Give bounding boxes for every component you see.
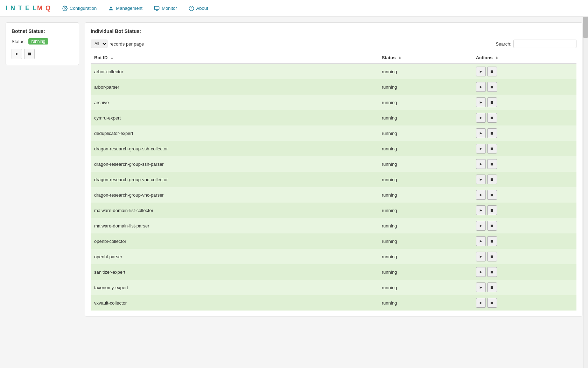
row-stop-button[interactable] [487,175,497,184]
search-label: Search: [496,41,511,47]
row-start-button[interactable] [476,97,486,107]
status-cell: running [378,156,472,172]
svg-rect-13 [491,86,493,88]
scrollbar-track[interactable] [583,17,588,322]
table-row: cymru-expertrunning [91,110,576,125]
svg-rect-11 [491,70,493,73]
actions-cell [472,233,576,249]
row-start-button[interactable] [476,236,486,246]
records-per-page-select[interactable]: All [91,40,107,48]
row-stop-button[interactable] [487,267,497,277]
status-cell: running [378,187,472,203]
bot-id-cell: dragon-research-group-vnc-collector [91,172,378,187]
row-start-button[interactable] [476,190,486,200]
svg-rect-23 [491,163,493,165]
info-icon [188,5,195,12]
col-actions: Actions ⇕ [472,52,576,63]
status-cell: running [378,172,472,187]
svg-rect-35 [491,255,493,258]
row-start-button[interactable] [476,298,486,308]
row-start-button[interactable] [476,175,486,184]
table-controls: All records per page Search: [91,40,576,48]
svg-rect-17 [491,116,493,119]
row-actions [476,190,573,200]
bot-id-cell: dragon-research-group-ssh-collector [91,141,378,156]
actions-cell [472,295,576,311]
row-start-button[interactable] [476,267,486,277]
row-start-button[interactable] [476,67,486,76]
svg-rect-9 [28,53,31,55]
row-actions [476,82,573,92]
navbar: I N T E LM Q Configuration Management [0,0,588,17]
row-stop-button[interactable] [487,144,497,154]
actions-cell [472,264,576,280]
row-stop-button[interactable] [487,221,497,231]
row-actions [476,267,573,277]
bot-id-cell: archive [91,95,378,110]
row-stop-button[interactable] [487,82,497,92]
nav-configuration[interactable]: Configuration [59,4,99,13]
status-cell: running [378,264,472,280]
table-row: dragon-research-group-ssh-parserrunning [91,156,576,172]
nav-about[interactable]: About [186,4,210,13]
bot-id-sort-icon[interactable]: ▲ [110,56,114,60]
table-row: vxvault-collectorrunning [91,295,576,311]
status-cell: running [378,295,472,311]
row-stop-button[interactable] [487,67,497,76]
table-row: openbl-collectorrunning [91,233,576,249]
row-stop-button[interactable] [487,282,497,292]
row-stop-button[interactable] [487,159,497,169]
row-actions [476,282,573,292]
brand-mq: M Q [37,5,51,12]
row-stop-button[interactable] [487,298,497,308]
bot-id-cell: openbl-collector [91,233,378,249]
svg-marker-26 [480,193,482,196]
table-header-row: Bot ID ▲ Status ⇕ Actions ⇕ [91,52,576,63]
row-start-button[interactable] [476,128,486,138]
nav-about-label: About [196,6,208,11]
table-row: malware-domain-list-parserrunning [91,218,576,233]
status-cell: running [378,125,472,141]
table-row: malware-domain-list-collectorrunning [91,203,576,218]
row-stop-button[interactable] [487,97,497,107]
svg-marker-36 [480,271,482,273]
botnet-start-button[interactable] [12,49,22,59]
nav-monitor-label: Monitor [162,6,177,11]
actions-sort-icon[interactable]: ⇕ [495,56,498,60]
search-input[interactable] [513,40,576,48]
row-actions [476,298,573,308]
botnet-stop-button[interactable] [24,49,35,59]
row-start-button[interactable] [476,252,486,261]
nav-monitor[interactable]: Monitor [152,4,179,13]
row-actions [476,236,573,246]
row-stop-button[interactable] [487,252,497,261]
actions-cell [472,125,576,141]
bot-id-cell: sanitizer-expert [91,264,378,280]
brand-logo: I N T E LM Q [6,5,51,12]
row-start-button[interactable] [476,221,486,231]
status-sort-icon[interactable]: ⇕ [398,56,401,60]
row-start-button[interactable] [476,159,486,169]
scrollbar-thumb[interactable] [583,17,588,38]
row-stop-button[interactable] [487,113,497,123]
svg-rect-15 [491,101,493,103]
bot-id-cell: cymru-expert [91,110,378,125]
row-stop-button[interactable] [487,236,497,246]
row-actions [476,221,573,231]
row-stop-button[interactable] [487,128,497,138]
row-start-button[interactable] [476,82,486,92]
svg-marker-34 [480,255,482,258]
row-start-button[interactable] [476,205,486,215]
row-stop-button[interactable] [487,190,497,200]
actions-cell [472,95,576,110]
svg-marker-10 [480,70,482,73]
row-start-button[interactable] [476,113,486,123]
row-start-button[interactable] [476,144,486,154]
row-stop-button[interactable] [487,205,497,215]
table-row: deduplicator-expertrunning [91,125,576,141]
actions-cell [472,141,576,156]
table-row: sanitizer-expertrunning [91,264,576,280]
actions-cell [472,156,576,172]
row-start-button[interactable] [476,282,486,292]
nav-management[interactable]: Management [106,4,145,13]
